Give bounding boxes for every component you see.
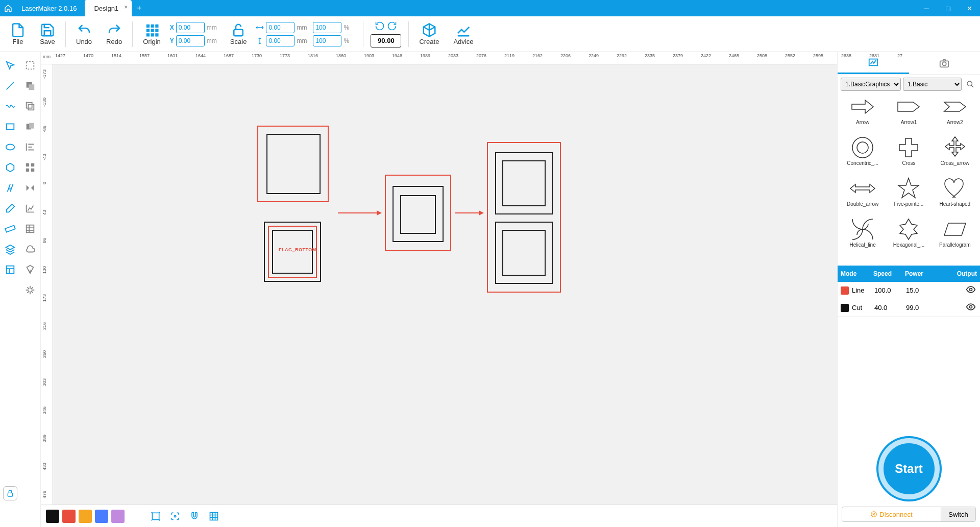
shape-category-select[interactable]: 1.BasicGraphics bbox=[841, 78, 901, 91]
select-tool[interactable] bbox=[0, 55, 20, 76]
canvas-text[interactable]: FLAG_BOTTOM bbox=[279, 247, 316, 252]
origin-button[interactable]: Origin bbox=[136, 16, 168, 52]
curve-tool[interactable] bbox=[0, 96, 20, 116]
grid-icon[interactable] bbox=[206, 509, 222, 524]
eraser-tool[interactable] bbox=[0, 198, 20, 219]
horizontal-ruler: mm 1427147015141557160116441687173017731… bbox=[41, 52, 837, 64]
svg-rect-9 bbox=[234, 30, 243, 36]
marquee-tool[interactable] bbox=[20, 55, 41, 76]
new-tab-button[interactable]: + bbox=[132, 4, 146, 13]
graph-tool[interactable] bbox=[20, 198, 41, 219]
canvas-arrow[interactable] bbox=[455, 212, 483, 213]
measure-tool[interactable] bbox=[0, 219, 20, 239]
height-pct-input[interactable] bbox=[313, 35, 341, 46]
canvas-shape[interactable] bbox=[502, 160, 546, 206]
color-swatch[interactable] bbox=[95, 510, 108, 523]
shape-item[interactable]: Arrow1 bbox=[887, 94, 930, 134]
visibility-icon[interactable] bbox=[966, 302, 976, 314]
shape-item[interactable]: Heart-shaped bbox=[933, 176, 977, 215]
frame-icon[interactable] bbox=[148, 509, 163, 524]
layout-tool[interactable] bbox=[0, 259, 20, 280]
x-input[interactable] bbox=[176, 22, 205, 33]
shape-item[interactable]: Parallelogram bbox=[933, 217, 977, 256]
copy-tool[interactable] bbox=[20, 116, 41, 137]
height-input[interactable] bbox=[266, 35, 295, 46]
table-tool[interactable] bbox=[20, 219, 41, 239]
ruler-tick: 2292 bbox=[617, 53, 627, 58]
visibility-icon[interactable] bbox=[966, 284, 976, 296]
canvas[interactable]: FLAG_BOTTOM bbox=[53, 64, 837, 505]
shape-item[interactable]: Cross_arrow bbox=[933, 135, 977, 175]
maximize-button[interactable]: ◻ bbox=[937, 5, 959, 12]
svg-rect-8 bbox=[155, 33, 158, 36]
focus-icon[interactable] bbox=[167, 509, 183, 524]
svg-point-18 bbox=[6, 145, 15, 150]
tab-design1[interactable]: Design1 × bbox=[85, 0, 132, 16]
ruler-tick: 1903 bbox=[364, 53, 374, 58]
layer-row[interactable]: Line100.015.0 bbox=[838, 282, 980, 299]
rotate-cw-icon[interactable] bbox=[387, 21, 397, 31]
shape-item[interactable]: Hexagonal_... bbox=[887, 217, 930, 256]
ruler-tick: 433 bbox=[42, 463, 47, 470]
text-tool[interactable] bbox=[0, 178, 20, 198]
y-input[interactable] bbox=[176, 35, 205, 46]
shape-subcategory-select[interactable]: 1.Basic bbox=[903, 78, 962, 91]
canvas-shape[interactable] bbox=[266, 134, 321, 194]
color-swatch[interactable] bbox=[62, 510, 76, 523]
scale-button[interactable]: Scale bbox=[223, 16, 254, 52]
redo-button[interactable]: Redo bbox=[99, 16, 129, 52]
shape-search-icon[interactable] bbox=[964, 78, 977, 91]
shape-item[interactable]: Arrow bbox=[841, 94, 885, 134]
shape-item[interactable]: Double_arrow bbox=[841, 176, 885, 215]
layer-row[interactable]: Cut40.099.0 bbox=[838, 299, 980, 317]
width-input[interactable] bbox=[266, 22, 295, 33]
close-button[interactable]: ✕ bbox=[959, 5, 980, 12]
lock-button[interactable] bbox=[3, 486, 17, 500]
canvas-shape[interactable] bbox=[400, 195, 436, 234]
polygon-tool[interactable] bbox=[0, 157, 20, 178]
home-icon[interactable] bbox=[0, 4, 16, 12]
shape-item[interactable]: Cross bbox=[887, 135, 930, 175]
ellipse-tool[interactable] bbox=[0, 137, 20, 157]
layer-color-swatch[interactable] bbox=[841, 304, 849, 312]
layer-color-swatch[interactable] bbox=[841, 286, 849, 295]
rect-tool[interactable] bbox=[0, 116, 20, 137]
canvas-arrow[interactable] bbox=[338, 212, 381, 213]
rotate-ccw-icon[interactable] bbox=[375, 21, 385, 31]
shape-item[interactable]: Helical_line bbox=[841, 217, 885, 256]
switch-button[interactable]: Switch bbox=[941, 507, 975, 521]
close-tab-icon[interactable]: × bbox=[124, 4, 128, 11]
file-button[interactable]: File bbox=[3, 16, 33, 52]
pen-tool[interactable] bbox=[20, 259, 41, 280]
shape-group-tool[interactable] bbox=[20, 76, 41, 96]
shape-item[interactable]: Arrow2 bbox=[933, 94, 977, 134]
magnet-icon[interactable] bbox=[187, 509, 202, 524]
disconnect-button[interactable]: Disconnect bbox=[842, 507, 941, 521]
line-tool[interactable] bbox=[0, 76, 20, 96]
mirror-tool[interactable] bbox=[20, 178, 41, 198]
laser-tool[interactable] bbox=[20, 280, 41, 300]
undo-button[interactable]: Undo bbox=[69, 16, 99, 52]
layers-tool[interactable] bbox=[0, 239, 20, 259]
tab-camera[interactable] bbox=[909, 52, 981, 74]
canvas-shape[interactable] bbox=[502, 230, 546, 276]
shape-item[interactable]: Concentric_... bbox=[841, 135, 885, 175]
ruler-tick: 1687 bbox=[224, 53, 234, 58]
align-tool[interactable] bbox=[20, 137, 41, 157]
minimize-button[interactable]: ─ bbox=[916, 5, 937, 12]
start-button[interactable]: Start bbox=[878, 438, 940, 499]
cloud-tool[interactable] bbox=[20, 239, 41, 259]
svg-point-33 bbox=[967, 81, 972, 86]
shape-item[interactable]: Five-pointe... bbox=[887, 176, 930, 215]
width-pct-input[interactable] bbox=[313, 22, 341, 33]
color-swatch[interactable] bbox=[111, 510, 125, 523]
duplicate-tool[interactable] bbox=[20, 96, 41, 116]
save-button[interactable]: Save bbox=[33, 16, 62, 52]
color-swatch[interactable] bbox=[46, 510, 59, 523]
ruler-tick: 173 bbox=[42, 294, 47, 302]
create-button[interactable]: Create bbox=[412, 16, 446, 52]
advice-button[interactable]: Advice bbox=[446, 16, 480, 52]
color-swatch[interactable] bbox=[79, 510, 92, 523]
rotation-input[interactable]: 90.00 bbox=[371, 34, 401, 47]
grid-array-tool[interactable] bbox=[20, 157, 41, 178]
